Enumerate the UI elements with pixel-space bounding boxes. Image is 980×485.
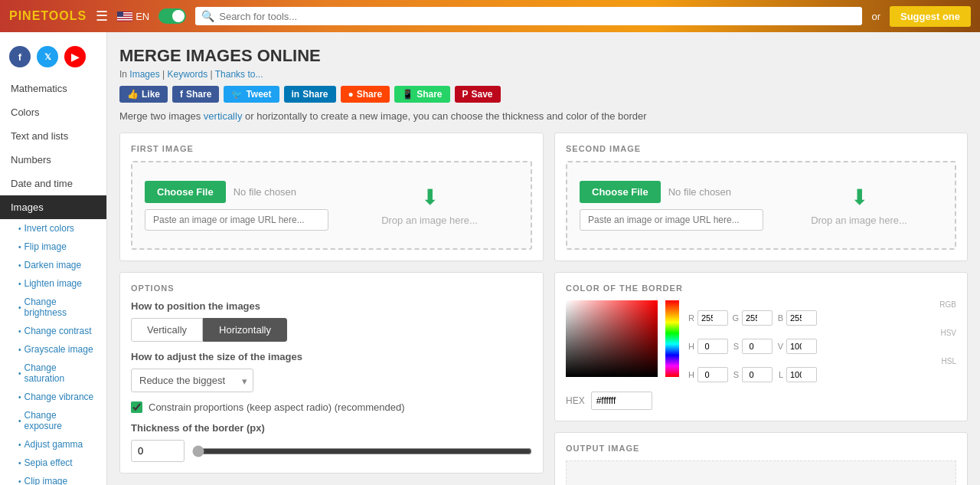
share-reddit-button[interactable]: ● Share xyxy=(341,86,390,103)
submenu-change-vibrance[interactable]: Change vibrance xyxy=(8,388,106,406)
sidebar-item-colors[interactable]: Colors xyxy=(0,100,106,124)
sidebar-item-numbers[interactable]: Numbers xyxy=(0,148,106,172)
first-image-no-file: No file chosen xyxy=(234,186,296,198)
share-whatsapp-button[interactable]: 📱 Share xyxy=(394,86,449,103)
color-border-title: COLOR OF THE BORDER xyxy=(566,283,956,293)
hex-input[interactable] xyxy=(591,392,652,410)
sidebar-socials: f 𝕏 ▶ xyxy=(0,40,106,77)
submenu-change-contrast[interactable]: Change contrast xyxy=(8,322,106,340)
first-image-drop-zone[interactable]: ⬇ Drop an image here... xyxy=(341,175,518,236)
color-gradient-canvas[interactable] xyxy=(566,300,658,377)
submenu-flip-image[interactable]: Flip image xyxy=(8,238,106,256)
rgb-section-title: RGB xyxy=(687,300,956,309)
hex-row: HEX xyxy=(566,392,956,410)
output-area xyxy=(566,460,956,485)
g-label: G xyxy=(731,313,739,323)
sidebar-twitter-icon[interactable]: 𝕏 xyxy=(37,46,58,67)
second-image-file-left: Choose File No file chosen xyxy=(580,181,763,231)
position-vertically-button[interactable]: Vertically xyxy=(131,318,203,342)
hsv-row: H S V xyxy=(687,339,956,354)
thickness-slider[interactable] xyxy=(192,445,532,457)
submenu-sepia-effect[interactable]: Sepia effect xyxy=(8,454,106,472)
svg-rect-4 xyxy=(117,19,132,21)
position-horizontally-button[interactable]: Horizontally xyxy=(203,318,287,342)
two-col-layout: FIRST IMAGE Choose File No file chosen xyxy=(119,133,968,485)
main-content: MERGE IMAGES ONLINE In Images | Keywords… xyxy=(107,32,980,485)
size-select[interactable]: Reduce the biggest Expand the smallest K… xyxy=(131,369,253,392)
submenu-invert-colors[interactable]: Invert colors xyxy=(8,219,106,238)
b-input[interactable] xyxy=(786,310,817,326)
share-linkedin-button[interactable]: in Share xyxy=(284,86,336,103)
submenu-adjust-gamma[interactable]: Adjust gamma xyxy=(8,435,106,454)
sidebar-submenu: Invert colors Flip image Darken image Li… xyxy=(0,219,106,485)
breadcrumb-keywords[interactable]: Keywords xyxy=(168,69,208,80)
toggle-switch[interactable] xyxy=(158,8,186,24)
output-title: OUTPUT IMAGE xyxy=(566,444,956,453)
second-image-url-input[interactable] xyxy=(580,209,763,231)
sidebar-menu: Mathematics Colors Text and lists Number… xyxy=(0,77,106,219)
tweet-button[interactable]: 🐦 Tweet xyxy=(224,86,279,103)
sidebar-item-mathematics[interactable]: Mathematics xyxy=(0,77,106,100)
position-label: How to position the images xyxy=(131,300,532,312)
hamburger-icon[interactable]: ☰ xyxy=(96,8,108,25)
submenu-lighten-image[interactable]: Lighten image xyxy=(8,274,106,293)
hsl-h-label: H xyxy=(687,370,694,379)
hsv-h-input[interactable] xyxy=(697,339,728,354)
breadcrumb: In Images | Keywords | Thanks to... xyxy=(119,69,968,80)
submenu-grayscale-image[interactable]: Grayscale image xyxy=(8,340,106,359)
submenu-darken-image[interactable]: Darken image xyxy=(8,256,106,274)
constrain-checkbox[interactable] xyxy=(131,401,142,413)
first-image-choose-button[interactable]: Choose File xyxy=(145,181,226,203)
thickness-label: Thickness of the border (px) xyxy=(131,422,532,434)
desc-vertically-link[interactable]: vertically xyxy=(204,110,243,122)
submenu-change-brightness[interactable]: Change brightness xyxy=(8,293,106,322)
breadcrumb-thanks[interactable]: Thanks to... xyxy=(215,69,263,80)
output-panel: OUTPUT IMAGE xyxy=(554,432,968,485)
save-pinterest-button[interactable]: P Save xyxy=(455,86,501,103)
submenu-change-saturation[interactable]: Change saturation xyxy=(8,359,106,388)
share-bar: 👍 Like f Share 🐦 Tweet in Share ● Share … xyxy=(119,86,968,103)
suggest-button[interactable]: Suggest one xyxy=(890,6,971,27)
hsv-h-label: H xyxy=(687,342,694,351)
color-picker-area: RGB R G B HSV xyxy=(566,300,956,385)
sidebar-youtube-icon[interactable]: ▶ xyxy=(64,46,86,67)
thickness-input[interactable] xyxy=(131,440,185,462)
first-image-file-left: Choose File No file chosen xyxy=(145,181,328,231)
second-image-choose-button[interactable]: Choose File xyxy=(580,181,661,203)
hsv-v-input[interactable] xyxy=(786,339,817,354)
size-section: How to adjust the size of the images Red… xyxy=(131,351,532,392)
b-label: B xyxy=(776,313,783,323)
flag-icon xyxy=(117,11,132,21)
hsl-h-input[interactable] xyxy=(697,367,728,382)
share-fb-button[interactable]: f Share xyxy=(172,86,219,103)
first-image-panel: FIRST IMAGE Choose File No file chosen xyxy=(119,133,544,261)
sidebar-item-images[interactable]: Images xyxy=(0,195,106,219)
position-btn-group: Vertically Horizontally xyxy=(131,318,532,342)
sidebar-item-text-lists[interactable]: Text and lists xyxy=(0,124,106,148)
g-input[interactable] xyxy=(742,310,773,326)
second-image-drop-zone[interactable]: ⬇ Drop an image here... xyxy=(776,175,942,236)
language-selector[interactable]: EN xyxy=(117,11,149,22)
submenu-clip-image[interactable]: Clip image xyxy=(8,472,106,485)
hsv-section-title: HSV xyxy=(687,329,956,337)
hsl-s-input[interactable] xyxy=(742,367,773,382)
breadcrumb-images[interactable]: Images xyxy=(129,69,159,80)
hue-slider[interactable] xyxy=(665,300,679,377)
page-title: MERGE IMAGES ONLINE xyxy=(119,46,968,66)
search-bar: 🔍 xyxy=(195,7,862,25)
first-image-url-input[interactable] xyxy=(145,209,328,231)
search-input[interactable] xyxy=(219,11,856,22)
hsv-s-input[interactable] xyxy=(742,339,773,354)
rgb-row: R G B xyxy=(687,310,956,326)
color-border-panel: COLOR OF THE BORDER RGB xyxy=(554,272,968,421)
hsl-l-input[interactable] xyxy=(786,367,817,382)
r-input[interactable] xyxy=(697,310,728,326)
logo[interactable]: PINETOOLS xyxy=(9,9,87,23)
hsv-v-label: V xyxy=(776,342,783,351)
constrain-label: Constrain proportions (keep aspect radio… xyxy=(149,401,405,413)
sidebar-item-date-time[interactable]: Date and time xyxy=(0,172,106,195)
like-button[interactable]: 👍 Like xyxy=(119,86,168,103)
submenu-change-exposure[interactable]: Change exposure xyxy=(8,406,106,435)
hsl-l-label: L xyxy=(776,370,783,379)
sidebar-facebook-icon[interactable]: f xyxy=(9,46,31,67)
